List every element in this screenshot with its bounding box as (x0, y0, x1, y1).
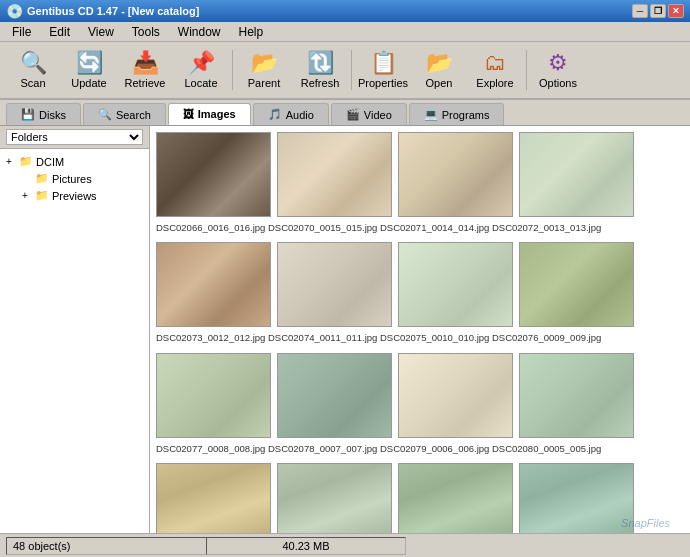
image-thumb-1[interactable] (156, 132, 271, 217)
sidebar-header: Folders (0, 126, 149, 149)
tab-search[interactable]: 🔍 Search (83, 103, 166, 125)
menu-bar: File Edit View Tools Window Help (0, 22, 690, 42)
locate-button[interactable]: 📌 Locate (174, 45, 228, 95)
image-row-1 (156, 132, 684, 217)
search-icon: 🔍 (98, 108, 112, 121)
tab-images[interactable]: 🖼 Images (168, 103, 251, 125)
status-objects: 48 object(s) (6, 537, 206, 555)
image-thumb-16[interactable] (519, 463, 634, 533)
images-icon: 🖼 (183, 108, 194, 120)
refresh-icon: 🔃 (307, 52, 334, 74)
explore-icon: 🗂 (484, 52, 506, 74)
pictures-label: Pictures (52, 173, 92, 185)
options-icon: ⚙ (548, 52, 568, 74)
scan-button[interactable]: 🔍 Scan (6, 45, 60, 95)
tab-audio-label: Audio (286, 109, 314, 121)
tab-video[interactable]: 🎬 Video (331, 103, 407, 125)
sidebar-tree: + 📁 DCIM 📁 Pictures + 📁 Previews (0, 149, 149, 533)
options-label: Options (539, 77, 577, 89)
parent-label: Parent (248, 77, 280, 89)
tab-bar: 💾 Disks 🔍 Search 🖼 Images 🎵 Audio 🎬 Vide… (0, 100, 690, 126)
folders-dropdown[interactable]: Folders (6, 129, 143, 145)
toolbar-separator-3 (526, 50, 527, 90)
locate-label: Locate (184, 77, 217, 89)
tab-images-label: Images (198, 108, 236, 120)
image-row-3-labels: DSC02077_0008_008.jpg DSC02078_0007_007.… (156, 442, 684, 455)
image-thumb-10[interactable] (277, 353, 392, 438)
properties-label: Properties (358, 77, 408, 89)
options-button[interactable]: ⚙ Options (531, 45, 585, 95)
properties-button[interactable]: 📋 Properties (356, 45, 410, 95)
previews-folder-icon: 📁 (35, 189, 49, 202)
image-thumb-4[interactable] (519, 132, 634, 217)
tab-programs-label: Programs (442, 109, 490, 121)
image-thumb-5[interactable] (156, 242, 271, 327)
close-button[interactable]: ✕ (668, 4, 684, 18)
image-thumb-11[interactable] (398, 353, 513, 438)
tab-programs[interactable]: 💻 Programs (409, 103, 505, 125)
sidebar: Folders + 📁 DCIM 📁 Pictures + 📁 Previews (0, 126, 150, 533)
tab-audio[interactable]: 🎵 Audio (253, 103, 329, 125)
image-content[interactable]: DSC02066_0016_016.jpg DSC02070_0015_015.… (150, 126, 690, 533)
audio-icon: 🎵 (268, 108, 282, 121)
toolbar-separator-2 (351, 50, 352, 90)
previews-label: Previews (52, 190, 97, 202)
image-thumb-14[interactable] (277, 463, 392, 533)
image-thumb-15[interactable] (398, 463, 513, 533)
image-thumb-8[interactable] (519, 242, 634, 327)
menu-edit[interactable]: Edit (41, 23, 78, 41)
disks-icon: 💾 (21, 108, 35, 121)
image-thumb-9[interactable] (156, 353, 271, 438)
open-label: Open (426, 77, 453, 89)
explore-button[interactable]: 🗂 Explore (468, 45, 522, 95)
image-row-2-labels: DSC02073_0012_012.jpg DSC02074_0011_011.… (156, 331, 684, 344)
status-bar: 48 object(s) 40.23 MB (0, 533, 690, 557)
window-title: Gentibus CD 1.47 - [New catalog] (27, 5, 199, 17)
tab-disks-label: Disks (39, 109, 66, 121)
menu-help[interactable]: Help (231, 23, 272, 41)
explore-label: Explore (476, 77, 513, 89)
parent-button[interactable]: 📂 Parent (237, 45, 291, 95)
menu-tools[interactable]: Tools (124, 23, 168, 41)
locate-icon: 📌 (188, 52, 215, 74)
menu-window[interactable]: Window (170, 23, 229, 41)
tree-item-dcim[interactable]: + 📁 DCIM (2, 153, 147, 170)
tab-disks[interactable]: 💾 Disks (6, 103, 81, 125)
menu-file[interactable]: File (4, 23, 39, 41)
retrieve-label: Retrieve (125, 77, 166, 89)
main-area: Folders + 📁 DCIM 📁 Pictures + 📁 Previews (0, 126, 690, 533)
pictures-folder-icon: 📁 (35, 172, 49, 185)
parent-icon: 📂 (251, 52, 278, 74)
dcim-label: DCIM (36, 156, 64, 168)
dcim-toggle[interactable]: + (6, 156, 16, 167)
refresh-label: Refresh (301, 77, 340, 89)
properties-icon: 📋 (370, 52, 397, 74)
update-icon: 🔄 (76, 52, 103, 74)
title-bar: 💿 Gentibus CD 1.47 - [New catalog] ─ ❐ ✕ (0, 0, 690, 22)
refresh-button[interactable]: 🔃 Refresh (293, 45, 347, 95)
tree-item-pictures[interactable]: 📁 Pictures (18, 170, 147, 187)
image-thumb-7[interactable] (398, 242, 513, 327)
restore-button[interactable]: ❐ (650, 4, 666, 18)
app-icon: 💿 (6, 3, 23, 19)
tab-search-label: Search (116, 109, 151, 121)
image-row-4 (156, 463, 684, 533)
update-button[interactable]: 🔄 Update (62, 45, 116, 95)
image-thumb-2[interactable] (277, 132, 392, 217)
image-thumb-13[interactable] (156, 463, 271, 533)
dcim-folder-icon: 📁 (19, 155, 33, 168)
programs-icon: 💻 (424, 108, 438, 121)
menu-view[interactable]: View (80, 23, 122, 41)
minimize-button[interactable]: ─ (632, 4, 648, 18)
image-row-1-labels: DSC02066_0016_016.jpg DSC02070_0015_015.… (156, 221, 684, 234)
tab-video-label: Video (364, 109, 392, 121)
image-thumb-6[interactable] (277, 242, 392, 327)
toolbar: 🔍 Scan 🔄 Update 📥 Retrieve 📌 Locate 📂 Pa… (0, 42, 690, 100)
toolbar-separator-1 (232, 50, 233, 90)
retrieve-button[interactable]: 📥 Retrieve (118, 45, 172, 95)
previews-toggle[interactable]: + (22, 190, 32, 201)
open-button[interactable]: 📂 Open (412, 45, 466, 95)
tree-item-previews[interactable]: + 📁 Previews (18, 187, 147, 204)
image-thumb-3[interactable] (398, 132, 513, 217)
image-thumb-12[interactable] (519, 353, 634, 438)
